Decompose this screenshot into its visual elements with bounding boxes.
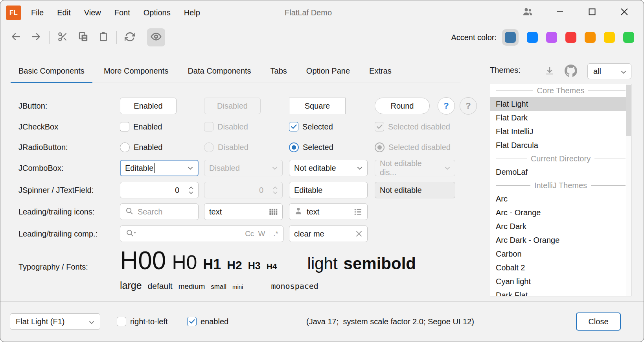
maximize-button[interactable] — [576, 0, 608, 25]
show-hidden-toggle-button[interactable] — [147, 28, 165, 46]
text-input-leading-user[interactable]: text — [289, 203, 368, 220]
download-icon — [544, 71, 555, 78]
enabled-button[interactable]: Enabled — [120, 98, 177, 114]
enabled-checkbox-group[interactable]: enabled — [187, 313, 228, 330]
theme-list-item[interactable]: Flat Dark — [490, 111, 631, 125]
back-button[interactable] — [7, 28, 25, 46]
chevron-down-icon[interactable] — [183, 161, 198, 176]
leading-trailing-icons-row: Leading/trailing icons: Search text text — [0, 203, 484, 220]
search-dropdown-icon[interactable] — [125, 229, 137, 239]
enabled-checkbox[interactable] — [187, 317, 197, 326]
accent-swatch[interactable] — [604, 32, 615, 43]
scrollbar-thumb[interactable] — [626, 85, 631, 136]
github-button[interactable] — [565, 65, 577, 79]
clear-icon[interactable] — [355, 230, 362, 237]
user-icon — [294, 207, 303, 217]
toolbar: Accent color: — [0, 25, 644, 50]
help-button[interactable]: ? — [438, 97, 455, 115]
square-button[interactable]: Square — [289, 98, 346, 114]
search-input[interactable]: Search — [120, 203, 199, 220]
jradiobutton-label: JRadioButton: — [18, 139, 68, 156]
chevron-up-icon — [273, 187, 278, 189]
accent-swatch[interactable] — [505, 32, 516, 43]
paste-button[interactable] — [94, 28, 112, 46]
theme-list-item[interactable]: DemoLaf — [490, 165, 631, 179]
theme-list-item[interactable]: Flat Darcula — [490, 139, 631, 152]
chevron-down-icon — [440, 160, 455, 176]
cut-button[interactable] — [53, 28, 72, 46]
text-input-trailing-table[interactable]: text — [204, 203, 283, 220]
search-with-options-input[interactable]: Cc W .* — [120, 226, 283, 242]
accent-swatch[interactable] — [546, 32, 557, 43]
close-button[interactable]: Close — [576, 312, 621, 331]
theme-list-item[interactable]: Flat Light — [490, 97, 631, 111]
theme-list-item[interactable]: Arc Dark - Orange — [490, 233, 631, 247]
clearable-input[interactable]: clear me — [289, 226, 368, 242]
theme-filter-combobox[interactable]: all — [587, 63, 631, 79]
close-window-button[interactable] — [608, 0, 640, 25]
theme-list-item[interactable]: Cobalt 2 — [490, 261, 631, 275]
jcombobox-label: JComboBox: — [18, 159, 64, 177]
accent-swatch[interactable] — [565, 32, 576, 43]
checkbox-selected-label: Selected — [302, 122, 333, 131]
tab-basic-components[interactable]: Basic Components — [11, 59, 92, 83]
theme-list-scrollbar[interactable] — [626, 84, 631, 296]
accent-swatch[interactable] — [585, 32, 596, 43]
checkbox-selected[interactable] — [289, 122, 298, 131]
round-button[interactable]: Round — [375, 98, 430, 114]
typography-medium: medium — [178, 282, 205, 291]
theme-list-item[interactable]: Cyan light — [490, 275, 631, 288]
radio-selected-disabled — [375, 142, 385, 152]
laf-combobox[interactable]: Flat Light (F1) — [10, 313, 100, 330]
theme-list-item[interactable]: Carbon — [490, 247, 631, 261]
clipboard-icon — [98, 31, 109, 43]
theme-list-item[interactable]: Arc Dark — [490, 220, 631, 233]
accent-swatch[interactable] — [527, 32, 538, 43]
theme-list-item[interactable]: Arc - Orange — [490, 206, 631, 220]
regex-button[interactable]: .* — [273, 229, 278, 238]
spinner-buttons[interactable] — [184, 182, 198, 198]
jspinner-row: JSpinner / JTextField: 0 0 Editable Not … — [0, 181, 484, 199]
match-case-button[interactable]: Cc — [245, 229, 254, 238]
refresh-button[interactable] — [121, 28, 139, 46]
users-icon — [522, 6, 533, 19]
theme-list-item[interactable]: Dark Flat — [490, 288, 631, 296]
whole-word-button[interactable]: W — [258, 229, 265, 238]
tab-data-components[interactable]: Data Components — [180, 59, 259, 83]
rtl-checkbox[interactable] — [117, 317, 126, 326]
tab-more-components[interactable]: More Components — [96, 59, 177, 83]
rtl-checkbox-group[interactable]: right-to-left — [117, 313, 168, 330]
theme-list-item[interactable]: Arc — [490, 192, 631, 206]
typography-sizes: large default medium small mini monospac… — [120, 280, 318, 291]
textfield-editable[interactable]: Editable — [289, 182, 368, 198]
download-themes-button[interactable] — [544, 66, 555, 78]
radio-enabled[interactable] — [120, 142, 130, 152]
accent-swatch[interactable] — [623, 32, 634, 43]
users-button[interactable] — [512, 0, 544, 25]
checkbox-selected-disabled — [375, 122, 384, 131]
radio-selected[interactable] — [289, 142, 299, 152]
tab-option-pane[interactable]: Option Pane — [298, 59, 358, 83]
refresh-icon — [125, 31, 135, 44]
forward-button[interactable] — [27, 28, 45, 46]
combobox-editable[interactable]: Editable — [120, 160, 199, 176]
theme-list-item[interactable]: Flat IntelliJ — [490, 125, 631, 139]
accent-color-label: Accent color: — [451, 33, 497, 42]
chevron-down-icon[interactable] — [352, 160, 367, 176]
spinner-value[interactable]: 0 — [120, 182, 184, 198]
github-icon — [565, 72, 577, 78]
combobox-not-editable[interactable]: Not editable — [289, 160, 368, 176]
spinner-disabled: 0 — [204, 182, 283, 198]
app-window: FL File Edit View Font Options Help Flat… — [0, 0, 644, 342]
minimize-button[interactable] — [544, 0, 576, 25]
tab-extras[interactable]: Extras — [361, 59, 399, 83]
tab-tabs[interactable]: Tabs — [263, 59, 295, 83]
copy-button[interactable] — [74, 28, 92, 46]
main-tabbar: Basic Components More Components Data Co… — [11, 59, 460, 83]
forward-icon — [30, 31, 42, 43]
spinner-enabled[interactable]: 0 — [120, 182, 199, 198]
table-icon — [269, 207, 278, 216]
text-caret — [154, 163, 155, 173]
checkbox-enabled[interactable] — [120, 122, 129, 131]
spinner-value: 0 — [204, 182, 268, 198]
